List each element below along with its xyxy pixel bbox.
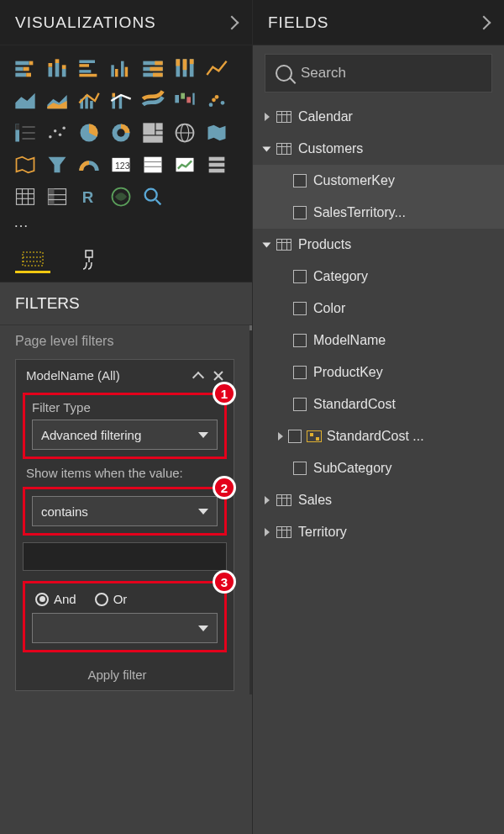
svg-rect-21	[155, 61, 162, 66]
field-label: SubCategory	[313, 461, 391, 476]
field-row-color[interactable]: Color	[253, 293, 504, 325]
svg-rect-4	[15, 73, 26, 77]
field-row-customerkey[interactable]: CustomerKey	[253, 165, 504, 197]
condition1-text-input[interactable]	[23, 542, 227, 571]
radio-or[interactable]: Or	[95, 592, 128, 606]
checkbox-icon[interactable]	[288, 430, 302, 443]
viz-100-bar-icon[interactable]	[139, 55, 166, 82]
table-icon	[276, 239, 291, 251]
svg-rect-92	[23, 252, 43, 266]
viz-dots-icon[interactable]	[44, 119, 71, 146]
viz-slicer-icon[interactable]	[203, 151, 230, 178]
callout-badge-1: 1	[213, 382, 236, 405]
viz-tab-strip	[0, 240, 252, 282]
viz-line-stacked-icon[interactable]	[108, 87, 134, 114]
viz-line-clustered-icon[interactable]	[76, 87, 102, 114]
filter-type-select[interactable]: Advanced filtering	[32, 420, 218, 450]
radio-and[interactable]: And	[35, 592, 76, 606]
apply-filter-link[interactable]: Apply filter	[16, 659, 218, 682]
viz-multi-card-icon[interactable]	[139, 151, 166, 178]
field-row-subcategory[interactable]: SubCategory	[253, 452, 504, 484]
field-row-standardcost-hier[interactable]: StandardCost ...	[253, 420, 504, 452]
viz-map-icon[interactable]	[171, 119, 198, 146]
visualizations-gallery: 123 R …	[0, 45, 252, 240]
condition1-select[interactable]: contains	[32, 496, 218, 526]
checkbox-icon[interactable]	[293, 270, 307, 283]
fields-search-input[interactable]: Search	[265, 54, 492, 92]
collapse-fields-icon[interactable]	[479, 14, 489, 31]
viz-treemap-icon[interactable]	[139, 119, 166, 146]
callout-badge-2: 2	[213, 476, 236, 499]
viz-ribbon-icon[interactable]	[139, 87, 166, 114]
field-label: CustomerKey	[313, 173, 395, 188]
viz-kpi-icon[interactable]	[171, 151, 198, 178]
scrollbar-thumb[interactable]	[249, 325, 252, 330]
viz-clustered-column-icon[interactable]	[108, 55, 134, 82]
field-row-salesterritory[interactable]: SalesTerritory...	[253, 197, 504, 229]
viz-waterfall-icon[interactable]	[171, 87, 198, 114]
condition2-select[interactable]	[32, 613, 218, 643]
viz-pie-icon[interactable]	[76, 119, 102, 146]
svg-rect-10	[62, 69, 66, 77]
field-row-productkey[interactable]: ProductKey	[253, 356, 504, 388]
field-row-modelname[interactable]: ModelName	[253, 325, 504, 356]
viz-funnel-icon[interactable]	[12, 119, 39, 146]
viz-card-icon[interactable]: 123	[108, 151, 134, 178]
checkbox-icon[interactable]	[293, 398, 307, 411]
search-placeholder: Search	[301, 65, 346, 82]
viz-funnel2-icon[interactable]	[44, 151, 71, 178]
hierarchy-icon	[307, 430, 322, 442]
checkbox-icon[interactable]	[293, 206, 307, 219]
logic-radio-group: And Or	[32, 589, 218, 613]
viz-shape-map-icon[interactable]	[12, 151, 39, 178]
checkbox-icon[interactable]	[293, 366, 307, 379]
svg-point-45	[209, 103, 213, 107]
expand-icon	[265, 528, 270, 536]
table-row-territory[interactable]: Territory	[253, 516, 504, 548]
remove-filter-icon[interactable]	[212, 369, 225, 383]
field-label: StandardCost	[313, 397, 396, 412]
tab-fields-icon[interactable]	[15, 246, 50, 273]
checkbox-icon[interactable]	[293, 334, 307, 347]
viz-python-icon[interactable]	[108, 183, 134, 210]
expand-icon	[262, 147, 270, 152]
viz-table-icon[interactable]	[12, 183, 39, 210]
tab-format-icon[interactable]	[71, 246, 106, 273]
expand-icon	[265, 113, 270, 121]
filter-card-header[interactable]: ModelName (All)	[16, 360, 234, 389]
search-icon	[276, 65, 292, 82]
checkbox-icon[interactable]	[293, 174, 307, 187]
viz-line-icon[interactable]	[203, 55, 230, 82]
viz-area-icon[interactable]	[12, 87, 39, 114]
viz-stacked-area-icon[interactable]	[44, 87, 71, 114]
viz-filled-map-icon[interactable]	[203, 119, 230, 146]
table-row-sales[interactable]: Sales	[253, 484, 504, 516]
viz-stacked-column-icon[interactable]	[44, 55, 71, 82]
viz-donut-icon[interactable]	[108, 119, 134, 146]
collapse-visualizations-icon[interactable]	[227, 14, 237, 31]
svg-rect-15	[79, 74, 97, 77]
viz-r-visual-icon[interactable]: R	[76, 183, 102, 210]
viz-scatter-icon[interactable]	[203, 87, 230, 114]
condition1-value: contains	[41, 504, 88, 519]
checkbox-icon[interactable]	[293, 462, 307, 475]
table-label: Sales	[298, 493, 332, 508]
viz-more-icon[interactable]: …	[12, 210, 240, 233]
viz-100-column-icon[interactable]	[171, 55, 198, 82]
table-row-calendar[interactable]: Calendar	[253, 101, 504, 133]
field-row-standardcost[interactable]: StandardCost	[253, 388, 504, 420]
svg-point-58	[62, 126, 66, 129]
table-row-customers[interactable]: Customers	[253, 133, 504, 165]
table-row-products[interactable]: Products	[253, 229, 504, 261]
viz-stacked-bar-icon[interactable]	[12, 55, 39, 82]
viz-search-visual-icon[interactable]	[139, 183, 166, 210]
expand-icon	[278, 432, 283, 441]
viz-clustered-bar-icon[interactable]	[76, 55, 102, 82]
field-row-category[interactable]: Category	[253, 261, 504, 293]
svg-rect-5	[26, 73, 31, 77]
viz-gauge-icon[interactable]	[76, 151, 102, 178]
checkbox-icon[interactable]	[293, 302, 307, 315]
collapse-filter-icon[interactable]	[192, 369, 205, 383]
viz-matrix-icon[interactable]	[44, 183, 71, 210]
svg-rect-65	[143, 136, 162, 143]
